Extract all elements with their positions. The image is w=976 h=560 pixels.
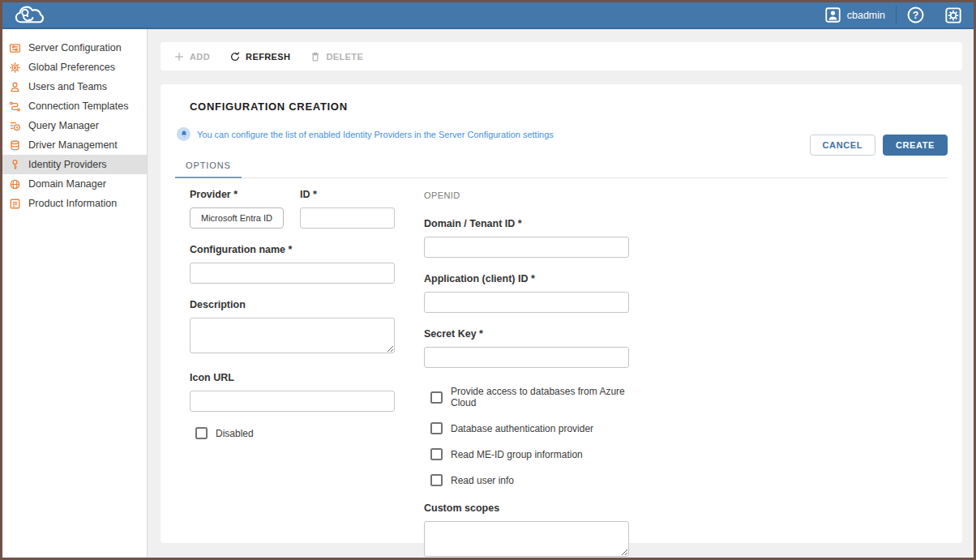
sidebar-item-label: Domain Manager — [28, 178, 106, 190]
items-toolbar: ADD REFRESH DELETE — [161, 42, 962, 71]
username-label: cbadmin — [847, 10, 885, 21]
read-user-info-checkbox[interactable] — [430, 474, 443, 486]
globe-icon — [9, 178, 21, 190]
icon-url-label: Icon URL — [190, 372, 395, 383]
admin-sidebar: Server Configuration Global Preferences — [2, 29, 148, 558]
server-configuration-icon — [9, 42, 21, 54]
sidebar-item-label: Connection Templates — [28, 100, 128, 112]
sidebar-item-label: Server Configuration — [28, 42, 122, 53]
gear-icon — [9, 62, 21, 74]
sidebar-item-users-and-teams[interactable]: Users and Teams — [2, 77, 147, 96]
checkbox-label: Read ME-ID group information — [451, 449, 583, 460]
help-button[interactable]: ? — [897, 2, 935, 28]
application-client-id-label: Application (client) ID * — [424, 273, 629, 284]
page-title: CONFIGURATION CREATION — [190, 100, 948, 113]
azure-cloud-access-checkbox-row[interactable]: Provide access to databases from Azure C… — [430, 386, 629, 408]
options-form: Provider * Microsoft Entra ID — [190, 189, 948, 560]
create-button[interactable]: CREATE — [883, 135, 948, 156]
sidebar-item-label: Query Manager — [28, 120, 99, 131]
delete-button[interactable]: DELETE — [310, 51, 363, 62]
query-history-icon — [9, 120, 21, 132]
id-input[interactable] — [300, 207, 395, 229]
connection-flow-icon — [9, 100, 21, 113]
plus-icon — [173, 51, 185, 62]
disabled-checkbox-row[interactable]: Disabled — [195, 427, 395, 439]
app-header: cbadmin ? — [2, 2, 974, 29]
user-avatar-icon — [825, 7, 841, 23]
refresh-button[interactable]: REFRESH — [229, 51, 290, 62]
description-textarea[interactable] — [190, 318, 395, 353]
openid-options-checkboxes: Provide access to databases from Azure C… — [430, 386, 629, 486]
description-label: Description — [190, 299, 395, 310]
sidebar-item-label: Global Preferences — [28, 62, 115, 73]
custom-scopes-textarea[interactable] — [424, 521, 629, 557]
sidebar-item-driver-management[interactable]: Driver Management — [2, 135, 147, 155]
secret-key-input[interactable] — [424, 347, 629, 368]
help-icon: ? — [907, 6, 924, 24]
database-icon — [9, 139, 21, 152]
settings-button[interactable] — [935, 2, 974, 28]
secret-key-label: Secret Key * — [424, 328, 629, 340]
sidebar-item-connection-templates[interactable]: Connection Templates — [2, 96, 147, 116]
configuration-name-label: Configuration name * — [190, 244, 395, 255]
read-user-info-checkbox-row[interactable]: Read user info — [430, 474, 629, 486]
configuration-name-input[interactable] — [190, 263, 395, 284]
document-icon — [9, 198, 21, 210]
read-meid-group-information-checkbox-row[interactable]: Read ME-ID group information — [430, 448, 629, 460]
disabled-checkbox-label: Disabled — [216, 428, 254, 439]
provider-label: Provider * — [190, 189, 284, 200]
provider-select[interactable]: Microsoft Entra ID — [190, 207, 284, 229]
trash-icon — [310, 51, 321, 62]
add-button[interactable]: ADD — [173, 51, 210, 62]
database-authentication-provider-checkbox-row[interactable]: Database authentication provider — [430, 422, 629, 434]
azure-cloud-access-checkbox[interactable] — [430, 391, 443, 404]
sidebar-item-product-information[interactable]: Product Information — [2, 194, 147, 213]
header-actions: cbadmin ? — [815, 2, 974, 28]
configuration-creation-panel: CONFIGURATION CREATION You can configure… — [161, 84, 962, 543]
domain-tenant-id-input[interactable] — [424, 237, 629, 258]
info-message: You can configure the list of enabled Id… — [197, 130, 554, 139]
main-content: ADD REFRESH DELETE — [148, 29, 974, 558]
checkbox-label: Read user info — [451, 475, 514, 486]
tabs-bar: OPTIONS — [175, 153, 948, 178]
key-icon — [9, 159, 21, 171]
sidebar-item-label: Users and Teams — [28, 81, 107, 92]
sidebar-item-server-configuration[interactable]: Server Configuration — [2, 38, 147, 58]
add-button-label: ADD — [190, 52, 210, 62]
disabled-checkbox[interactable] — [195, 427, 208, 439]
sidebar-item-label: Driver Management — [28, 139, 118, 151]
checkbox-label: Provide access to databases from Azure C… — [451, 386, 629, 408]
read-meid-group-information-checkbox[interactable] — [430, 448, 443, 460]
sidebar-item-domain-manager[interactable]: Domain Manager — [2, 174, 147, 194]
form-left-column: Provider * Microsoft Entra ID — [190, 189, 395, 560]
form-actions: CANCEL CREATE — [810, 135, 948, 156]
database-authentication-provider-checkbox[interactable] — [430, 422, 443, 434]
sidebar-item-global-preferences[interactable]: Global Preferences — [2, 58, 147, 77]
icon-url-input[interactable] — [190, 391, 395, 412]
form-right-column: OPENID Domain / Tenant ID * Application … — [424, 189, 629, 560]
cloudbeaver-logo-icon[interactable] — [13, 4, 47, 26]
openid-section-label: OPENID — [424, 190, 629, 200]
user-icon — [9, 81, 21, 93]
sidebar-item-identity-providers[interactable]: Identity Providers — [2, 155, 147, 174]
bell-icon — [177, 127, 190, 141]
sidebar-item-label: Product Information — [28, 198, 117, 209]
user-menu-button[interactable]: cbadmin — [815, 2, 896, 28]
tab-options[interactable]: OPTIONS — [175, 153, 242, 178]
refresh-icon — [229, 51, 241, 62]
sidebar-item-query-manager[interactable]: Query Manager — [2, 116, 147, 135]
delete-button-label: DELETE — [326, 52, 363, 62]
gear-icon — [945, 7, 961, 24]
svg-text:?: ? — [913, 10, 918, 21]
application-client-id-input[interactable] — [424, 292, 629, 313]
provider-selected-value: Microsoft Entra ID — [201, 213, 272, 223]
domain-tenant-id-label: Domain / Tenant ID * — [424, 218, 629, 229]
refresh-button-label: REFRESH — [246, 52, 290, 62]
sidebar-item-label: Identity Providers — [28, 159, 107, 170]
app-window: cbadmin ? — [0, 0, 976, 560]
cancel-button[interactable]: CANCEL — [810, 135, 875, 156]
checkbox-label: Database authentication provider — [451, 423, 593, 434]
custom-scopes-label: Custom scopes — [424, 502, 629, 514]
id-label: ID * — [300, 189, 395, 200]
